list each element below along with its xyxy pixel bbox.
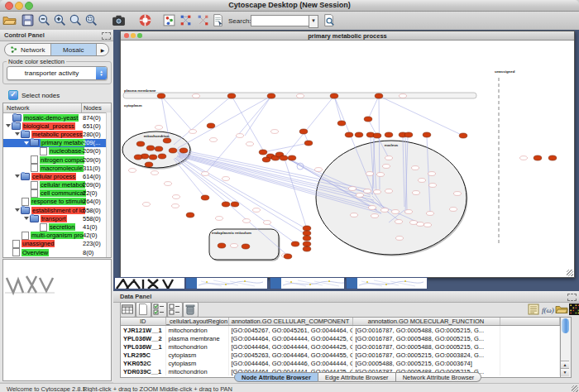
graph-node-small[interactable] bbox=[419, 179, 426, 183]
table-cell[interactable]: YDR039C__1 bbox=[121, 367, 165, 375]
graph-node-small[interactable] bbox=[297, 94, 304, 98]
graph-node[interactable] bbox=[136, 141, 145, 146]
tree-row[interactable]: cellular process614(0) bbox=[3, 172, 111, 180]
table-cell[interactable]: [GO:0016787, GO:0005488, GO:0005215, G..… bbox=[352, 342, 500, 351]
tree-row[interactable]: unassigned223(0) bbox=[3, 240, 111, 248]
net-resize-grip[interactable] bbox=[567, 270, 573, 276]
table-cell[interactable]: cytoplasm bbox=[165, 359, 228, 367]
zoom-fit-icon[interactable] bbox=[84, 13, 98, 27]
table-cell[interactable]: [GO:0016787, GO:0005488, GO:0005215, G..… bbox=[352, 334, 500, 342]
birdseye-view[interactable] bbox=[2, 259, 112, 381]
graph-node[interactable] bbox=[218, 243, 226, 248]
graph-node-small[interactable] bbox=[210, 138, 218, 142]
select-nodes-checkbox[interactable]: ✓ bbox=[8, 90, 18, 100]
node-color-select[interactable]: transporter activity ▲▼ bbox=[7, 66, 108, 80]
graph-node[interactable] bbox=[330, 93, 338, 98]
select-attributes-icon[interactable] bbox=[151, 302, 167, 318]
table-cell[interactable]: plasma membrane bbox=[165, 334, 228, 342]
graph-node-small[interactable] bbox=[165, 182, 172, 186]
graph-node-small[interactable] bbox=[395, 220, 403, 224]
graph-node[interactable] bbox=[179, 148, 188, 153]
graph-node[interactable] bbox=[355, 132, 363, 137]
snapshot-icon[interactable] bbox=[112, 13, 126, 27]
graph-node-small[interactable] bbox=[428, 172, 436, 176]
graph-node[interactable] bbox=[375, 93, 383, 98]
graph-node-small[interactable] bbox=[417, 222, 424, 227]
graph-node[interactable] bbox=[259, 150, 267, 155]
graph-node-small[interactable] bbox=[385, 156, 393, 160]
graph-node[interactable] bbox=[459, 133, 467, 138]
graph-node-small[interactable] bbox=[364, 189, 371, 194]
disclosure-triangle-icon[interactable] bbox=[15, 174, 20, 178]
graph-node[interactable] bbox=[227, 93, 236, 98]
graph-node[interactable] bbox=[284, 254, 292, 259]
graph-node-small[interactable] bbox=[129, 169, 136, 173]
disclosure-triangle-icon[interactable] bbox=[24, 217, 29, 220]
graph-node-small[interactable] bbox=[151, 171, 159, 175]
graph-node-small[interactable] bbox=[143, 203, 151, 207]
attribute-matrix-icon[interactable] bbox=[568, 303, 579, 316]
graph-node-small[interactable] bbox=[450, 208, 457, 212]
disclosure-triangle-icon[interactable] bbox=[24, 141, 29, 145]
graph-node[interactable] bbox=[186, 213, 194, 218]
table-cell[interactable]: mitochondrion bbox=[165, 326, 228, 335]
zoom-in-icon[interactable] bbox=[53, 13, 67, 27]
table-cell[interactable]: YPL036W__1 bbox=[121, 342, 165, 351]
graph-node[interactable] bbox=[337, 121, 346, 126]
tab-edge-attribute-browser[interactable]: Edge Attribute Browser bbox=[318, 372, 396, 382]
graph-node[interactable] bbox=[163, 138, 171, 143]
graph-node[interactable] bbox=[303, 246, 311, 251]
graph-node[interactable] bbox=[155, 146, 163, 151]
graph-node-small[interactable] bbox=[193, 94, 200, 98]
create-attribute-icon[interactable] bbox=[136, 302, 151, 318]
graph-node[interactable] bbox=[373, 133, 381, 138]
help-icon[interactable] bbox=[138, 13, 152, 27]
graph-node[interactable] bbox=[280, 155, 288, 160]
graph-node-small[interactable] bbox=[400, 94, 407, 98]
background-window[interactable] bbox=[114, 277, 185, 289]
graph-node[interactable] bbox=[291, 241, 299, 246]
tree-row[interactable]: nucleobase-209(0) bbox=[3, 147, 111, 155]
table-column-header[interactable]: _cellularLayoutRegion bbox=[165, 318, 228, 326]
function-builder-icon[interactable]: f(ω) bbox=[541, 303, 554, 316]
graph-node[interactable] bbox=[534, 155, 542, 160]
graph-node[interactable] bbox=[207, 123, 215, 128]
graph-node[interactable] bbox=[385, 132, 393, 137]
graph-node[interactable] bbox=[364, 117, 372, 122]
graph-node-small[interactable] bbox=[231, 244, 238, 248]
window-resize-grip[interactable] bbox=[572, 385, 578, 392]
background-window-titlechip[interactable] bbox=[270, 278, 281, 289]
graph-node[interactable] bbox=[157, 93, 165, 98]
graph-node-small[interactable] bbox=[429, 184, 437, 188]
save-icon[interactable] bbox=[21, 13, 35, 27]
graph-node-small[interactable] bbox=[427, 212, 434, 216]
graph-node[interactable] bbox=[345, 132, 353, 137]
graph-node[interactable] bbox=[231, 202, 239, 207]
table-cell[interactable]: [GO:0016787, GO:0005215, GO:0003824, G..… bbox=[352, 351, 500, 359]
disclosure-triangle-icon[interactable] bbox=[15, 208, 20, 212]
network-overlap-icon[interactable] bbox=[179, 13, 193, 27]
graph-node-small[interactable] bbox=[413, 191, 420, 195]
graph-node[interactable] bbox=[267, 93, 275, 98]
table-scrollbar-thumb[interactable] bbox=[562, 318, 569, 333]
graph-node-small[interactable] bbox=[237, 134, 244, 138]
graph-node[interactable] bbox=[145, 162, 153, 167]
zoom-selected-icon[interactable] bbox=[69, 13, 83, 27]
graph-node[interactable] bbox=[303, 236, 311, 241]
tree-row[interactable]: metabolic process280(0) bbox=[3, 130, 111, 138]
table-column-header[interactable]: annotation.GO CELLULAR_COMPONENT bbox=[228, 318, 352, 326]
table-column-header[interactable]: annotation.GO MOLECULAR_FUNCTION bbox=[352, 318, 500, 326]
tree-row[interactable]: transport558(0) bbox=[3, 214, 111, 222]
graph-node-small[interactable] bbox=[385, 189, 393, 194]
data-panel-float-icon[interactable] bbox=[567, 294, 577, 301]
graph-node-small[interactable] bbox=[412, 166, 419, 170]
graph-node-small[interactable] bbox=[172, 204, 179, 208]
graph-node-small[interactable] bbox=[374, 190, 381, 194]
table-scrollbar[interactable]: ▲ ▼ bbox=[560, 317, 572, 378]
graph-node-small[interactable] bbox=[356, 194, 364, 198]
tree-row[interactable]: mosaic-demo-yeast874(0) bbox=[3, 113, 111, 122]
tree-row[interactable]: primary metabo209(... bbox=[3, 139, 111, 147]
table-cell[interactable]: [GO:0045267, GO:0045261, GO:0044464, G..… bbox=[228, 326, 352, 335]
graph-node-small[interactable] bbox=[271, 130, 279, 134]
graph-node-small[interactable] bbox=[315, 168, 323, 172]
